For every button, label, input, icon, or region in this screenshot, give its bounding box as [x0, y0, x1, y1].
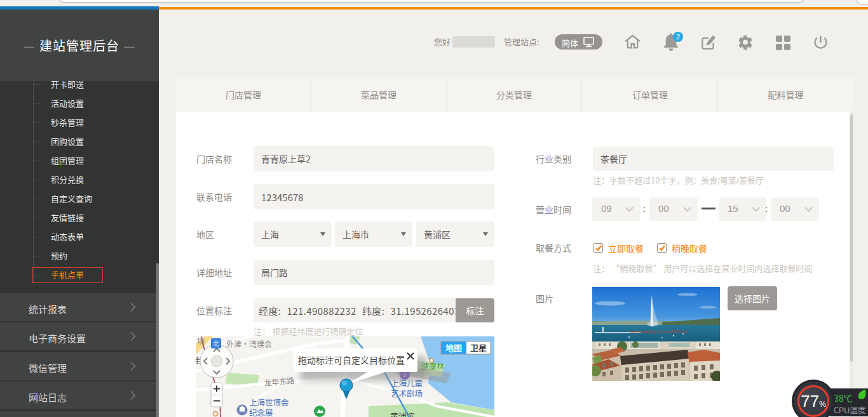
svg-text:拖动标注可自定义目标位置: 拖动标注可自定义目标位置: [298, 354, 405, 366]
svg-text:黄浦滨: 黄浦滨: [390, 410, 415, 417]
svg-text:场: 场: [197, 336, 205, 346]
svg-text:外滩・湾璞会: 外滩・湾璞会: [226, 338, 272, 349]
svg-text:纪念展: 纪念展: [249, 406, 273, 417]
svg-text:艺术剧场: 艺术剧场: [391, 387, 423, 399]
svg-text:北: 北: [213, 338, 219, 348]
svg-text:2: 2: [676, 33, 680, 41]
svg-text:卫星: 卫星: [470, 341, 487, 354]
svg-text:www.quanjing.com rm-0314-mf: www.quanjing.com rm-0314-mf: [630, 329, 688, 334]
svg-text:地图: 地图: [445, 341, 462, 354]
